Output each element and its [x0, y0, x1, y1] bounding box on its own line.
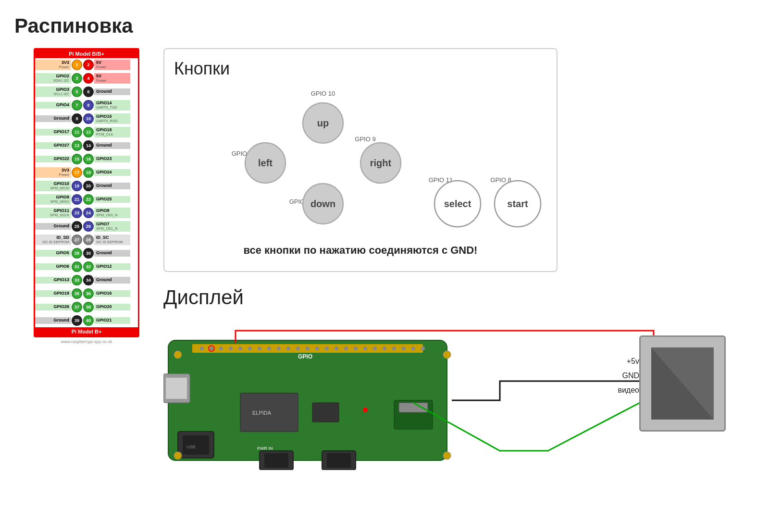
- pin-number: 12: [83, 127, 94, 137]
- pin-number: 40: [83, 315, 94, 326]
- pin-left-label: GPIO6: [35, 263, 71, 270]
- pin-number: 16: [83, 154, 94, 164]
- pin-left-label: ID_SDI2C ID EEPROM: [35, 235, 71, 245]
- svg-text:select: select: [444, 198, 471, 209]
- pin-left-label: GPIO26: [35, 304, 71, 310]
- table-row: Ground3940GPIO21: [35, 314, 138, 327]
- svg-text:GPIO 9: GPIO 9: [355, 136, 375, 143]
- pin-right-label: Ground: [94, 277, 130, 284]
- pin-number: 7: [72, 100, 82, 111]
- pin-left-label: 3V3Power: [35, 60, 71, 70]
- pin-right-label: GPIO7SPI0_CE1_N: [94, 221, 130, 232]
- svg-point-38: [258, 346, 261, 350]
- svg-point-36: [238, 346, 242, 350]
- pin-number: 25: [72, 221, 82, 232]
- svg-point-32: [200, 346, 204, 350]
- svg-point-40: [277, 346, 281, 350]
- svg-point-41: [286, 346, 290, 350]
- svg-rect-65: [327, 453, 351, 468]
- pin-number: 28: [83, 235, 94, 245]
- pinout-table: Pi Model B/B+ 3V3Power125VPowerGPIO2SDA1…: [34, 48, 139, 337]
- pin-number: 30: [83, 248, 94, 259]
- display-outer: [639, 335, 726, 432]
- pin-left-label: GPIO19: [35, 290, 71, 297]
- table-row: GPIO11SPI0_SCLK2324GPIO8SPI0_CE0_N: [35, 206, 138, 220]
- pin-number: 10: [83, 113, 94, 124]
- pin-number: 22: [83, 194, 94, 205]
- table-row: GPIO63132GPIO12: [35, 260, 138, 273]
- pin-number: 34: [83, 275, 94, 285]
- pin-left-label: Ground: [35, 223, 71, 230]
- table-row: GPIO171112GPIO18PCM_CLK: [35, 125, 138, 139]
- table-row: GPIO221516GPIO23: [35, 152, 138, 166]
- pin-number: 1: [72, 60, 82, 70]
- svg-point-45: [325, 346, 329, 350]
- page-title: Распиновка: [14, 14, 133, 37]
- pin-number: 4: [83, 73, 94, 84]
- pin-number: 27: [72, 235, 82, 245]
- pin-left-label: GPIO9SPI0_MISO: [35, 194, 71, 205]
- pin-left-label: GPIO2SDA1 I2C: [35, 73, 71, 84]
- gnd-label: GND: [622, 371, 639, 380]
- pin-number: 36: [83, 288, 94, 299]
- pin-left-label: GPIO5: [35, 250, 71, 257]
- pin-right-label: GPIO21: [94, 317, 130, 324]
- svg-point-70: [174, 351, 182, 359]
- svg-text:GPIO 10: GPIO 10: [311, 90, 335, 97]
- svg-text:ELPIDA: ELPIDA: [252, 410, 272, 416]
- svg-rect-63: [264, 453, 288, 468]
- svg-text:USB: USB: [186, 445, 196, 449]
- pin-left-label: Ground: [35, 317, 71, 324]
- pin-number: 23: [72, 208, 82, 218]
- svg-point-54: [411, 346, 415, 350]
- pin-right-label: GPIO12: [94, 263, 130, 270]
- table-row: GPIO271314Ground: [35, 139, 138, 152]
- pin-right-label: Ground: [94, 88, 130, 95]
- table-row: Ground2526GPIO7SPI0_CE1_N: [35, 220, 138, 233]
- pin-right-label: GPIO24: [94, 169, 130, 176]
- pin-right-label: GPIO14UART0_TXD: [94, 100, 130, 111]
- table-row: GPIO10SPI0_MOSI1920Ground: [35, 179, 138, 193]
- pin-number: 6: [83, 87, 94, 97]
- pin-number: 37: [72, 302, 82, 312]
- table-row: GPIO2SDA1 I2C345VPower: [35, 72, 138, 85]
- svg-text:GPIO: GPIO: [298, 353, 312, 360]
- pin-right-label: GPIO20: [94, 304, 130, 310]
- buttons-section: Кнопки GPIO 10upGPIO 25leftGPIO 9rightGP…: [163, 48, 558, 272]
- pinout-section: Pi Model B/B+ 3V3Power125VPowerGPIO2SDA1…: [14, 48, 159, 344]
- svg-point-44: [315, 346, 319, 350]
- pin-left-label: Ground: [35, 115, 71, 122]
- gnd-note: все кнопки по нажатию соединяются с GND!: [174, 244, 547, 257]
- pi-model-footer: Pi Model B+: [35, 327, 138, 336]
- buttons-diagram: GPIO 10upGPIO 25leftGPIO 9rightGPIO 17do…: [174, 88, 547, 261]
- pin-number: 2: [83, 60, 94, 70]
- svg-rect-58: [166, 378, 187, 399]
- svg-point-33: [210, 346, 213, 350]
- pin-number: 31: [72, 261, 82, 272]
- buttons-title: Кнопки: [174, 59, 547, 79]
- pin-number: 5: [72, 87, 82, 97]
- pin-number: 21: [72, 194, 82, 205]
- pin-number: 8: [83, 100, 94, 111]
- svg-rect-76: [399, 403, 428, 412]
- pi-model-header: Pi Model B/B+: [35, 49, 138, 58]
- svg-point-46: [335, 346, 338, 350]
- svg-point-71: [443, 351, 451, 359]
- svg-text:start: start: [507, 198, 528, 209]
- svg-point-42: [296, 346, 300, 350]
- video-label: видео: [618, 386, 639, 395]
- pin-right-label: GPIO23: [94, 156, 130, 162]
- pin-left-label: GPIO11SPI0_SCLK: [35, 208, 71, 218]
- pin-number: 20: [83, 181, 94, 191]
- svg-point-72: [174, 452, 182, 459]
- pin-number: 38: [83, 302, 94, 312]
- pin-number: 15: [72, 154, 82, 164]
- pin-number: 11: [72, 127, 82, 137]
- pin-left-label: GPIO4: [35, 102, 71, 109]
- pin-number: 39: [72, 315, 82, 326]
- pin-right-label: GPIO16: [94, 290, 130, 297]
- pin-number: 24: [83, 208, 94, 218]
- pin-number: 9: [72, 113, 82, 124]
- svg-rect-69: [312, 403, 339, 422]
- pin-right-label: Ground: [94, 142, 130, 149]
